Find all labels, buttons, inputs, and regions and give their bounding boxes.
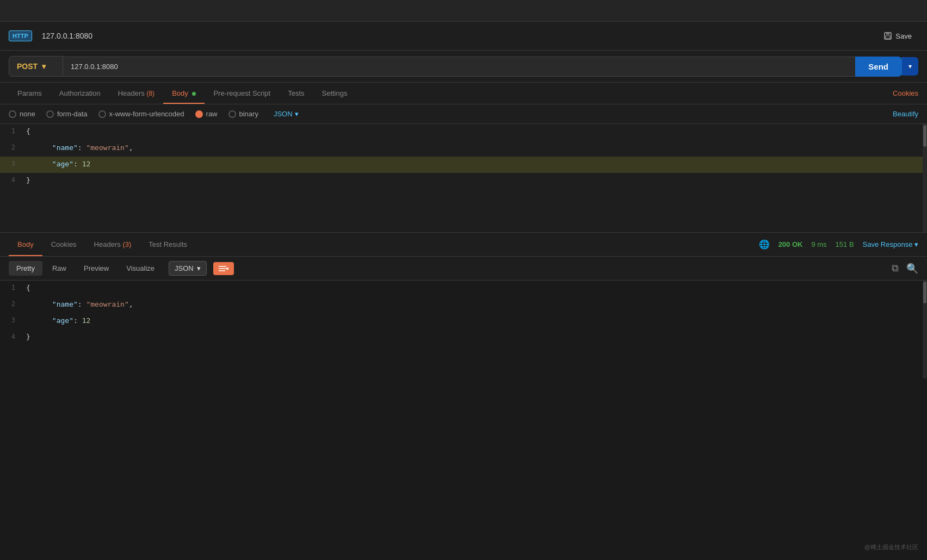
resp-linecontent-2: "name": "meowrain", [22,297,927,313]
response-tabs-row: Body Cookies Headers (3) Test Results 🌐 … [0,233,927,257]
resp-tab-headers-badge: (3) [122,240,131,248]
tab-body[interactable]: Body [163,83,205,104]
option-raw-label: raw [206,110,218,118]
method-chevron-icon [42,62,46,71]
tab-tests-label: Tests [288,89,304,97]
editor-scrollbar[interactable] [923,124,927,232]
request-code-editor[interactable]: 1 { 2 "name": "meowrain", 3 "age": 12 4 … [0,124,927,233]
tab-authorization[interactable]: Authorization [51,83,109,104]
tab-pre-request-label: Pre-request Script [213,89,270,97]
send-button[interactable]: Send [855,57,901,77]
tab-settings-label: Settings [322,89,348,97]
option-none-label: none [20,110,35,118]
format-pretty-button[interactable]: Pretty [9,261,42,276]
cookies-link[interactable]: Cookies [893,89,918,97]
wrap-button[interactable] [213,262,234,275]
req-line-4: 4 } [0,173,927,189]
req-linecontent-3: "age": 12 [22,157,927,173]
resp-tab-headers-label: Headers [94,240,121,248]
option-none[interactable]: none [9,110,35,118]
option-urlencoded-label: x-www-form-urlencoded [109,110,184,118]
resp-linecontent-1: { [22,281,927,297]
resp-tab-body-label: Body [17,240,34,248]
save-button[interactable]: Save [877,28,918,43]
option-form-data-label: form-data [57,110,88,118]
radio-urlencoded [98,110,106,118]
svg-rect-1 [886,33,889,35]
tab-headers[interactable]: Headers (8) [109,83,163,104]
body-options-row: none form-data x-www-form-urlencoded raw… [0,104,927,124]
json-type-label: JSON [274,110,293,118]
radio-binary [228,110,236,118]
save-response-chevron: ▾ [914,240,918,248]
save-response-label: Save Response [863,240,913,248]
send-dropdown-button[interactable]: ▾ [901,57,918,76]
status-code: 200 OK [778,240,803,248]
tab-tests[interactable]: Tests [279,83,313,104]
resp-line-1: 1 { [0,281,927,297]
json-chevron-icon: ▾ [295,110,299,118]
response-size: 151 B [836,240,854,248]
url-section: HTTP 127.0.0.1:8080 Save [0,22,927,51]
tab-authorization-label: Authorization [59,89,101,97]
option-form-data[interactable]: form-data [46,110,88,118]
response-format-row: Pretty Raw Preview Visualize JSON ▾ ⧉ 🔍 [0,257,927,281]
tab-params-label: Params [17,89,42,97]
tab-headers-badge: (8) [146,90,154,97]
save-response-button[interactable]: Save Response ▾ [863,240,918,248]
resp-json-dropdown[interactable]: JSON ▾ [169,261,207,276]
resp-tab-body[interactable]: Body [9,233,42,256]
url-input[interactable] [63,57,855,77]
req-linenum-1: 1 [0,124,22,140]
resp-tab-test-results[interactable]: Test Results [140,233,196,256]
option-binary[interactable]: binary [228,110,258,118]
tab-params[interactable]: Params [9,83,51,104]
req-linecontent-4: } [22,173,927,189]
req-linenum-4: 4 [0,173,22,189]
watermark: @稀土掘金技术社区 [864,543,918,551]
beautify-button[interactable]: Beautify [893,110,918,118]
tab-pre-request[interactable]: Pre-request Script [205,83,279,104]
format-visualize-button[interactable]: Visualize [119,261,162,276]
format-raw-button[interactable]: Raw [45,261,74,276]
option-urlencoded[interactable]: x-www-form-urlencoded [98,110,184,118]
http-badge: HTTP [9,30,32,41]
option-raw[interactable]: raw [195,110,218,118]
resp-linecontent-3: "age": 12 [22,313,927,329]
radio-none [9,110,16,118]
top-bar [0,0,927,22]
resp-tab-cookies[interactable]: Cookies [42,233,85,256]
svg-rect-2 [886,36,890,39]
response-status-area: 🌐 200 OK 9 ms 151 B Save Response ▾ [759,239,918,250]
radio-raw [195,110,203,118]
method-select[interactable]: POST [9,56,63,77]
tab-settings[interactable]: Settings [313,83,356,104]
resp-line-2: 2 "name": "meowrain", [0,297,927,313]
json-type-dropdown[interactable]: JSON ▾ [274,110,299,118]
req-linenum-3: 3 [0,157,22,173]
response-section: Body Cookies Headers (3) Test Results 🌐 … [0,233,927,378]
tab-headers-label: Headers [118,89,145,97]
resp-linenum-3: 3 [0,313,22,329]
resp-scrollbar-thumb [923,282,926,303]
req-line-1: 1 { [0,124,927,140]
format-preview-button[interactable]: Preview [76,261,116,276]
request-bar: POST Send ▾ [0,51,927,83]
wrap-icon [219,265,228,272]
resp-line-4: 4 } [0,329,927,346]
resp-tab-headers[interactable]: Headers (3) [85,233,140,256]
req-line-2: 2 "name": "meowrain", [0,140,927,157]
copy-button[interactable]: ⧉ [892,263,899,274]
method-label: POST [17,62,38,71]
globe-icon: 🌐 [759,239,770,250]
save-label: Save [895,32,912,40]
resp-json-label: JSON [175,264,194,272]
resp-tab-test-results-label: Test Results [149,240,187,248]
resp-linenum-4: 4 [0,329,22,346]
response-code-editor[interactable]: 1 { 2 "name": "meowrain", 3 "age": 12 4 … [0,281,927,378]
resp-linenum-1: 1 [0,281,22,297]
request-tabs-row: Params Authorization Headers (8) Body Pr… [0,83,927,104]
search-button[interactable]: 🔍 [906,263,918,275]
resp-scrollbar[interactable] [923,281,927,378]
req-linecontent-2: "name": "meowrain", [22,140,927,157]
